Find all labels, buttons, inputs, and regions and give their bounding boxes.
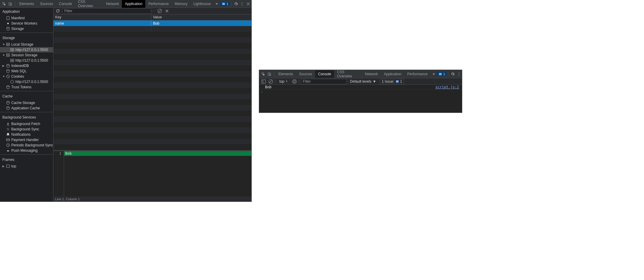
- sidebar-item-application-cache[interactable]: Application Cache: [0, 105, 53, 111]
- chevron-right-icon[interactable]: ▶: [2, 64, 5, 67]
- table-row-empty[interactable]: [53, 26, 251, 32]
- tab-performance[interactable]: Performance: [145, 0, 172, 8]
- chevron-right-icon[interactable]: ▶: [2, 165, 5, 168]
- console-filter-input[interactable]: [301, 79, 347, 84]
- sidebar-item-session-storage[interactable]: ▼ Session Storage: [0, 52, 53, 58]
- sidebar-item-service-workers[interactable]: Service Workers: [0, 21, 53, 26]
- close-icon[interactable]: [245, 1, 251, 7]
- svg-point-21: [7, 70, 9, 71]
- delete-selected-icon[interactable]: [164, 8, 170, 14]
- tab-console[interactable]: Console: [315, 70, 334, 78]
- sidebar-item-storage[interactable]: Storage: [0, 26, 53, 31]
- sidebar-item-cookies[interactable]: ▼ Cookies: [0, 74, 53, 79]
- console-output[interactable]: Bob script.js:2 ›: [259, 85, 462, 113]
- console-prompt[interactable]: ›: [259, 90, 462, 94]
- svg-point-33: [158, 9, 162, 13]
- editor-empty-area[interactable]: [53, 156, 251, 196]
- sidebar-item-local-storage-origin[interactable]: http://127.0.0.1:5500: [0, 47, 53, 52]
- sidebar-label: Background Sync: [11, 127, 39, 131]
- tab-css-overview[interactable]: CSS Overview: [75, 0, 103, 8]
- tab-elements[interactable]: Elements: [275, 70, 296, 78]
- sidebar-label: Background Fetch: [11, 122, 40, 126]
- inspect-icon[interactable]: [260, 71, 267, 77]
- sidebar-item-notifications[interactable]: Notifications: [0, 132, 53, 137]
- sidebar-item-top-frame[interactable]: ▶ top: [0, 164, 53, 169]
- sidebar-item-payment-handler[interactable]: Payment Handler: [0, 137, 53, 143]
- sidebar-item-websql[interactable]: Web SQL: [0, 68, 53, 74]
- sidebar-item-push-messaging[interactable]: Push Messaging: [0, 148, 53, 153]
- refresh-icon[interactable]: [55, 8, 60, 14]
- tab-sources[interactable]: Sources: [37, 0, 56, 8]
- sidebar-label: Push Messaging: [11, 148, 38, 153]
- device-toggle-icon[interactable]: [267, 71, 273, 77]
- kebab-menu-icon[interactable]: [456, 71, 462, 77]
- issues-count: 1: [227, 2, 228, 6]
- tab-application[interactable]: Application: [381, 70, 404, 78]
- more-tabs-icon[interactable]: [214, 1, 220, 7]
- sidebar-label: Cookies: [11, 74, 24, 79]
- settings-icon[interactable]: [233, 1, 239, 7]
- sidebar-item-trust-tokens[interactable]: Trust Tokens: [0, 84, 53, 90]
- tab-css-overview[interactable]: CSS Overview: [334, 70, 362, 78]
- table-header: Key Value: [53, 15, 251, 20]
- log-source-link[interactable]: script.js:2: [436, 85, 459, 89]
- sidebar-label: top: [11, 164, 16, 168]
- inspect-icon[interactable]: [1, 1, 7, 7]
- application-sidebar[interactable]: Application Manifest Service Workers Sto…: [0, 8, 53, 202]
- tab-network[interactable]: Network: [103, 0, 122, 8]
- sidebar-item-background-sync[interactable]: Background Sync: [0, 127, 53, 132]
- divider: [15, 1, 15, 6]
- issues-badge[interactable]: 1: [437, 72, 447, 76]
- chevron-down-icon[interactable]: ▼: [2, 54, 5, 57]
- tab-performance[interactable]: Performance: [404, 70, 431, 78]
- tab-console[interactable]: Console: [56, 0, 75, 8]
- live-expression-icon[interactable]: [292, 79, 297, 84]
- sidebar-item-local-storage[interactable]: ▼ Local Storage: [0, 42, 53, 47]
- context-selector[interactable]: top ▼: [277, 79, 290, 84]
- sidebar-item-cookies-origin[interactable]: http://127.0.0.1:5500: [0, 79, 53, 84]
- kebab-menu-icon[interactable]: [239, 1, 245, 7]
- tab-memory[interactable]: Memory: [172, 0, 190, 8]
- svg-rect-2: [222, 3, 225, 5]
- log-levels-selector[interactable]: Default levels ▼: [348, 79, 378, 84]
- sidebar-item-manifest[interactable]: Manifest: [0, 15, 53, 21]
- clear-all-icon[interactable]: [157, 8, 162, 14]
- cell-key[interactable]: name: [53, 21, 151, 26]
- chevron-down-icon[interactable]: ▼: [2, 75, 5, 78]
- tab-sources[interactable]: Sources: [296, 70, 315, 78]
- svg-rect-0: [9, 2, 11, 5]
- sidebar-item-session-storage-origin[interactable]: http://127.0.0.1:5500: [0, 58, 53, 63]
- cell-value[interactable]: Bob: [151, 21, 251, 26]
- section-frames: Frames: [0, 156, 53, 164]
- filter-input[interactable]: [62, 8, 151, 14]
- sidebar-item-cache-storage[interactable]: Cache Storage: [0, 100, 53, 105]
- table-row[interactable]: name Bob: [53, 20, 251, 26]
- settings-icon[interactable]: [449, 71, 456, 77]
- sidebar-item-background-fetch[interactable]: Background Fetch: [0, 121, 53, 127]
- tab-elements[interactable]: Elements: [16, 0, 37, 8]
- main-content: Application Manifest Service Workers Sto…: [0, 8, 251, 202]
- sidebar-label: Web SQL: [11, 69, 27, 73]
- sidebar-item-periodic-background-sync[interactable]: Periodic Background Sync: [0, 143, 53, 148]
- col-value[interactable]: Value: [151, 15, 251, 20]
- tab-network[interactable]: Network: [362, 70, 381, 78]
- issues-badge[interactable]: 1: [220, 2, 230, 6]
- toggle-sidebar-icon[interactable]: [261, 79, 266, 84]
- cell-key[interactable]: [53, 28, 151, 30]
- tab-application[interactable]: Application: [122, 0, 145, 8]
- editor-line[interactable]: 1 Bob: [53, 151, 251, 156]
- cell-value[interactable]: [151, 28, 251, 30]
- tab-lighthouse[interactable]: Lighthouse: [190, 0, 214, 8]
- sidebar-label: IndexedDB: [11, 64, 29, 68]
- table-empty-area[interactable]: [53, 32, 251, 150]
- chevron-down-icon[interactable]: ▼: [2, 43, 5, 46]
- sidebar-item-indexeddb[interactable]: ▶ IndexedDB: [0, 63, 53, 68]
- col-key[interactable]: Key: [53, 15, 151, 20]
- clear-console-icon[interactable]: [268, 79, 273, 84]
- editor-value[interactable]: Bob: [64, 151, 72, 156]
- device-toggle-icon[interactable]: [7, 1, 14, 7]
- console-log-row[interactable]: Bob script.js:2: [259, 85, 462, 90]
- issues-summary[interactable]: 1 Issue: 1: [380, 79, 404, 84]
- more-tabs-icon[interactable]: [431, 71, 437, 77]
- table-body[interactable]: name Bob: [53, 20, 251, 151]
